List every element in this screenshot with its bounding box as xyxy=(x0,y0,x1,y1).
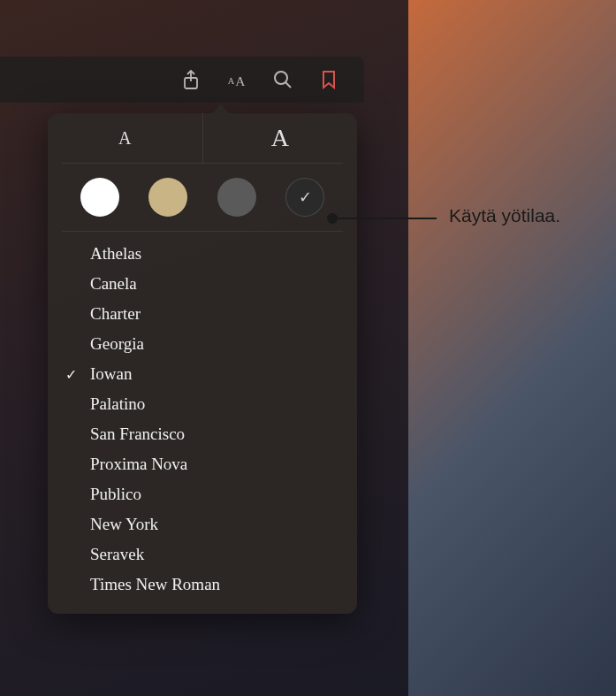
theme-sepia[interactable] xyxy=(148,178,187,217)
font-size-row: A A xyxy=(48,113,357,163)
font-label: Georgia xyxy=(90,334,144,354)
font-item-times-new-roman[interactable]: Times New Roman xyxy=(48,570,357,600)
increase-font-button[interactable]: A xyxy=(203,113,358,163)
font-label: San Francisco xyxy=(90,424,185,444)
theme-row: ✓ xyxy=(48,164,357,231)
font-label: Athelas xyxy=(90,244,141,264)
font-item-palatino[interactable]: Palatino xyxy=(48,389,357,419)
popover-arrow xyxy=(212,104,230,113)
theme-gray[interactable] xyxy=(217,178,256,217)
callout-label: Käytä yötilaa. xyxy=(449,205,560,226)
decrease-font-button[interactable]: A xyxy=(48,113,203,163)
font-label: Charter xyxy=(90,304,141,324)
font-item-publico[interactable]: Publico xyxy=(48,479,357,509)
font-item-seravek[interactable]: Seravek xyxy=(48,539,357,570)
font-item-athelas[interactable]: Athelas xyxy=(48,239,357,269)
font-list: Athelas Canela Charter Georgia ✓ Iowan P… xyxy=(48,232,357,614)
check-icon: ✓ xyxy=(299,187,312,207)
font-item-new-york[interactable]: New York xyxy=(48,509,357,539)
callout-line xyxy=(332,218,437,219)
font-item-georgia[interactable]: Georgia xyxy=(48,329,357,359)
font-item-iowan[interactable]: ✓ Iowan xyxy=(48,359,357,389)
font-label: Times New Roman xyxy=(90,575,220,594)
font-label: Canela xyxy=(90,274,137,294)
font-item-charter[interactable]: Charter xyxy=(48,299,357,329)
font-item-canela[interactable]: Canela xyxy=(48,269,357,299)
svg-point-3 xyxy=(275,72,287,84)
font-label: Palatino xyxy=(90,394,145,414)
font-label: Seravek xyxy=(90,545,144,564)
svg-text:A: A xyxy=(235,73,246,88)
font-label: Iowan xyxy=(90,364,132,384)
text-appearance-icon[interactable]: A A xyxy=(226,69,247,90)
check-icon: ✓ xyxy=(65,366,77,383)
toolbar: A A xyxy=(0,57,364,103)
share-icon[interactable] xyxy=(180,69,202,90)
theme-white[interactable] xyxy=(80,178,119,217)
font-item-proxima-nova[interactable]: Proxima Nova xyxy=(48,449,357,479)
font-item-san-francisco[interactable]: San Francisco xyxy=(48,419,357,449)
font-label: Publico xyxy=(90,485,141,504)
bookmark-icon[interactable] xyxy=(318,69,339,90)
appearance-popover: A A ✓ Athelas Canela Charter Georgia ✓ I… xyxy=(48,113,357,614)
svg-text:A: A xyxy=(228,76,235,86)
search-icon[interactable] xyxy=(272,69,293,90)
font-label: Proxima Nova xyxy=(90,455,187,474)
font-label: New York xyxy=(90,515,158,534)
theme-night[interactable]: ✓ xyxy=(285,178,324,217)
